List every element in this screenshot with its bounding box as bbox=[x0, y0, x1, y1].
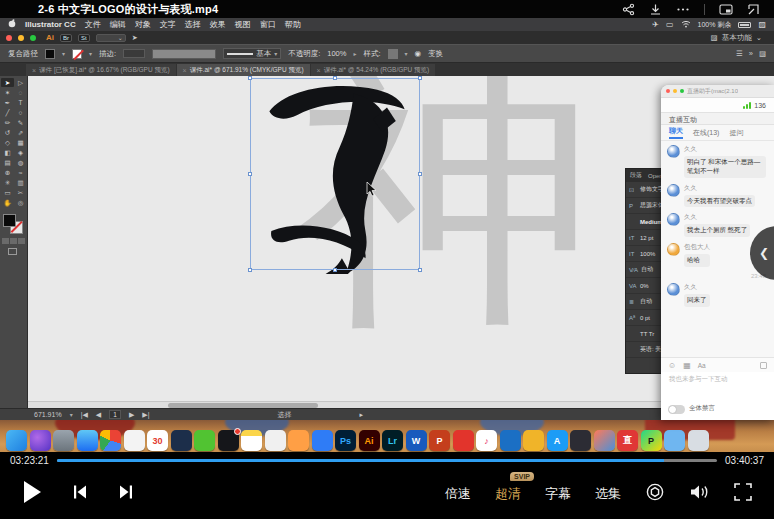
menu-effect[interactable]: 效果 bbox=[210, 19, 226, 30]
previous-episode-button[interactable] bbox=[72, 484, 88, 504]
dock-icon-illustrator[interactable]: Ai bbox=[359, 430, 380, 451]
opacity-value[interactable]: 100% bbox=[327, 49, 346, 58]
airdrop-icon[interactable]: ✈ bbox=[652, 20, 659, 29]
document-tab-1[interactable]: ×课件 [已恢复].ai* @ 16.67% (RGB/GPU 预览) bbox=[26, 64, 176, 76]
menu-file[interactable]: 文件 bbox=[85, 19, 101, 30]
settings-icon[interactable] bbox=[645, 482, 665, 506]
artboard-tool[interactable]: ▭ bbox=[1, 188, 14, 197]
scrollbar-thumb[interactable] bbox=[168, 403, 318, 408]
chat-input[interactable]: 我也来参与一下互动 bbox=[661, 372, 774, 386]
tab-questions[interactable]: 提问 bbox=[729, 128, 743, 138]
zoom-level[interactable]: 671.91% bbox=[34, 411, 62, 418]
width-tool[interactable]: ◇ bbox=[1, 138, 14, 147]
close-tab-icon[interactable]: × bbox=[317, 67, 321, 74]
panel-pattern-icon[interactable]: ▨ bbox=[759, 49, 766, 58]
gradient-tool[interactable]: ◍ bbox=[14, 158, 27, 167]
handle-nw[interactable] bbox=[248, 76, 252, 80]
dock-icon-photos[interactable] bbox=[124, 430, 145, 451]
screen-mode-button[interactable] bbox=[8, 248, 17, 255]
style-swatch[interactable] bbox=[388, 49, 398, 59]
menu-window[interactable]: 窗口 bbox=[260, 19, 276, 30]
stroke-weight-stepper[interactable] bbox=[123, 49, 145, 58]
paintbrush-tool[interactable]: ✏ bbox=[1, 118, 14, 127]
dock-icon-share-suite[interactable] bbox=[594, 430, 615, 451]
handle-n[interactable] bbox=[333, 76, 337, 80]
next-episode-button[interactable] bbox=[118, 484, 134, 504]
document-setup-icon[interactable]: ◉ bbox=[415, 49, 422, 58]
handle-se[interactable] bbox=[418, 268, 422, 272]
selection-tool[interactable]: ➤ bbox=[1, 78, 14, 87]
dock-window-icon[interactable] bbox=[747, 3, 760, 16]
playback-speed-button[interactable]: 倍速 bbox=[445, 485, 471, 503]
paragraph-tab[interactable]: 段落 bbox=[630, 171, 642, 180]
dock-icon-mail[interactable] bbox=[171, 430, 192, 451]
shape-builder-tool[interactable]: ◧ bbox=[1, 148, 14, 157]
dock-icon-siri[interactable] bbox=[30, 430, 51, 451]
handle-sw[interactable] bbox=[248, 268, 252, 272]
mute-all-toggle[interactable] bbox=[668, 405, 685, 414]
brush-definition-select[interactable] bbox=[152, 49, 216, 59]
tab-chat[interactable]: 聊天 bbox=[669, 126, 683, 139]
char-panel-row[interactable]: tT12 pt bbox=[626, 230, 664, 246]
share-cursor-icon[interactable]: ➤ bbox=[132, 34, 138, 42]
type-tool[interactable]: T bbox=[14, 98, 27, 107]
pencil-tool[interactable]: ✎ bbox=[14, 118, 27, 127]
panel-collapse-icon[interactable]: » bbox=[749, 49, 753, 58]
chat-checkbox[interactable] bbox=[760, 362, 767, 369]
dock-icon-calendar[interactable]: 30 bbox=[147, 430, 168, 451]
draw-mode-buttons[interactable] bbox=[2, 238, 25, 244]
magic-wand-tool[interactable]: ✶ bbox=[1, 88, 14, 97]
lasso-tool[interactable]: ◌ bbox=[14, 88, 27, 97]
menu-select[interactable]: 选择 bbox=[185, 19, 201, 30]
font-style-icon[interactable]: Aa bbox=[698, 362, 706, 369]
grid-icon[interactable]: ▨ bbox=[711, 33, 718, 42]
dock-icon-appstore[interactable]: A bbox=[547, 430, 568, 451]
tab-online[interactable]: 在线(13) bbox=[693, 128, 719, 138]
mesh-tool[interactable]: ▤ bbox=[1, 158, 14, 167]
char-panel-row[interactable]: TT Tr bbox=[626, 326, 664, 342]
status-arrow-icon[interactable]: ▸ bbox=[359, 411, 363, 419]
dock-icon-pages[interactable] bbox=[288, 430, 309, 451]
close-window-button[interactable] bbox=[6, 35, 12, 41]
dock-icon-textedit[interactable] bbox=[265, 430, 286, 451]
chat-close-button[interactable] bbox=[666, 89, 670, 93]
blend-tool[interactable]: ≈ bbox=[14, 168, 27, 177]
handle-e[interactable] bbox=[418, 172, 422, 176]
dock-icon-word[interactable]: W bbox=[406, 430, 427, 451]
char-panel-row[interactable]: Medium bbox=[626, 214, 664, 230]
dock-icon-photoshop[interactable]: Ps bbox=[335, 430, 356, 451]
char-panel-row[interactable]: VA0% bbox=[626, 278, 664, 294]
fill-proxy-swatch[interactable] bbox=[3, 214, 16, 227]
handle-s[interactable] bbox=[333, 268, 337, 272]
perspective-grid-tool[interactable]: ◈ bbox=[14, 148, 27, 157]
more-icon[interactable] bbox=[676, 3, 690, 16]
dock-icon-dark-app[interactable] bbox=[570, 430, 591, 451]
dock-icon-finder[interactable] bbox=[6, 430, 27, 451]
char-panel-row[interactable]: 英语: 美国 bbox=[626, 342, 664, 358]
close-tab-icon[interactable]: × bbox=[183, 67, 187, 74]
hand-tool[interactable]: ✋ bbox=[1, 198, 14, 207]
stroke-swatch[interactable] bbox=[72, 49, 82, 59]
seek-bar[interactable] bbox=[57, 459, 717, 462]
bridge-button[interactable]: Br bbox=[60, 34, 72, 42]
line-tool[interactable]: ╱ bbox=[1, 108, 14, 117]
dock-icon-wechat[interactable] bbox=[194, 430, 215, 451]
dock-icon-live-helper[interactable]: 直 bbox=[617, 430, 638, 451]
menu-object[interactable]: 对象 bbox=[135, 19, 151, 30]
selection-bounding-box[interactable] bbox=[250, 78, 420, 270]
input-source-icon[interactable]: ▨ bbox=[758, 20, 766, 29]
dock-icon-trash[interactable] bbox=[688, 430, 709, 451]
align-icon[interactable]: ☰ bbox=[736, 49, 743, 58]
char-panel-row[interactable]: V⁄A自动 bbox=[626, 262, 664, 278]
char-panel-row[interactable]: IT100% bbox=[626, 246, 664, 262]
emoji-icon[interactable]: ☺ bbox=[668, 361, 676, 370]
char-panel-row[interactable]: ≣自动 bbox=[626, 294, 664, 310]
column-graph-tool[interactable]: ▥ bbox=[14, 178, 27, 187]
handle-w[interactable] bbox=[248, 172, 252, 176]
prev-artboard-icon[interactable]: ◀ bbox=[96, 411, 101, 419]
opacity-arrow-icon[interactable]: ▸ bbox=[353, 50, 356, 57]
dock-icon-itunes[interactable]: ♪ bbox=[476, 430, 497, 451]
document-tab-3[interactable]: ×课件.ai* @ 54.24% (RGB/GPU 预览) bbox=[311, 64, 436, 76]
wifi-icon[interactable] bbox=[681, 20, 691, 30]
volume-icon[interactable] bbox=[689, 483, 710, 505]
